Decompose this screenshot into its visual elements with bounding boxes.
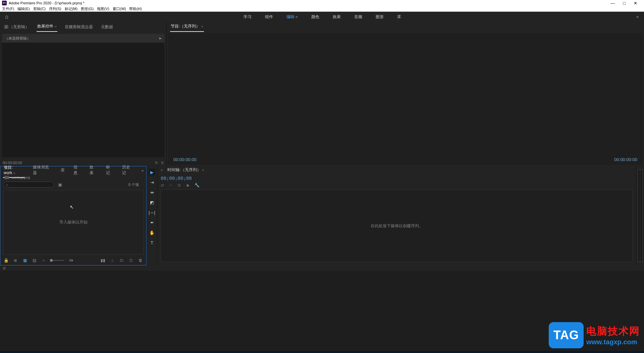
no-clip-label: （未选择剪辑） [5,36,31,41]
source-panel: 源:（无剪辑） 效果控件≡ 音频剪辑混合器 元数据 （未选择剪辑） ▶ 00:0… [0,22,167,166]
hand-tool[interactable]: ✋ [149,229,155,236]
search-icon: ⌕ [6,183,8,187]
list-view-icon[interactable]: ≣ [13,258,18,263]
tab-source[interactable]: 源:（无剪辑） [3,23,30,32]
menu-item[interactable]: 标记(M) [65,6,78,11]
find-icon[interactable]: ⌕ [110,258,115,263]
automate-icon[interactable]: ▮▮ [101,258,105,263]
settings-icon[interactable]: 🔧 [195,183,200,188]
close-icon[interactable]: × [161,168,163,172]
watermark-tag: TAG [549,322,584,348]
tab-libraries[interactable]: 库 [60,166,65,175]
workspace-tab-audio[interactable]: 音频 [354,13,363,21]
workspace-tab-color[interactable]: 颜色 [311,13,320,21]
freeform-view-icon[interactable]: ▤ [32,258,37,263]
menu-item[interactable]: 编辑(E) [17,6,30,11]
cursor-icon: ↖ [70,204,74,210]
project-search-input[interactable]: ⌕ [4,182,54,188]
app-icon: Pr [2,1,7,5]
export-icon[interactable]: ⎘ [161,161,164,165]
menu-item[interactable]: 视图(V) [97,6,109,11]
loop-icon[interactable]: ↻ [155,161,158,165]
home-button[interactable]: ⌂ [0,12,13,22]
tab-audio-clip-mixer[interactable]: 音频剪辑混合器 [64,23,94,32]
tab-metadata[interactable]: 元数据 [100,23,114,32]
menu-item[interactable]: 文件(F) [2,6,14,11]
menu-item[interactable]: 剪辑(C) [33,6,46,11]
timeline-drop-area[interactable]: 在此处放下媒体以创建序列。 [161,190,633,262]
ripple-edit-tool[interactable]: ⇹ [149,189,155,196]
linked-selection-icon[interactable]: ⧉ [178,183,181,188]
title-bar: Pr Adobe Premiere Pro 2020 - D:\pr\work.… [0,0,644,6]
new-bin-button[interactable]: 🗀 [119,258,124,263]
effect-controls-header: （未选择剪辑） ▶ [2,34,164,43]
project-item-count: 0 个项 [128,182,143,187]
sort-icon[interactable]: ≡▾ [69,258,73,263]
watermark-line1: 电脑技术网 [586,324,640,338]
tools-panel: ▶ ⇥ ⇹ ◩ |↔| ✒ ✋ T [147,166,157,265]
lock-icon[interactable]: 🔒 [4,258,8,263]
window-title: Adobe Premiere Pro 2020 - D:\pr\work.prp… [9,1,85,5]
project-empty-label: 导入媒体以开始 [59,219,88,225]
tab-timeline[interactable]: 时间轴:（无序列）≡ [167,166,205,175]
workspace-tab-graphics[interactable]: 图形 [375,13,384,21]
menu-bar: 文件(F) 编辑(E) 剪辑(C) 序列(S) 标记(M) 图形(G) 视图(V… [0,6,644,12]
workspace-tab-editing[interactable]: 编辑 ≡ [286,13,299,21]
new-bin-icon[interactable]: ▣ [58,182,62,187]
menu-item[interactable]: 帮助(H) [129,6,142,11]
menu-item[interactable]: 窗口(W) [113,6,126,11]
status-bar: ⊘ [0,265,644,271]
marker-icon[interactable]: ◆ [186,183,189,188]
project-overflow-button[interactable]: » [142,168,144,172]
zoom-out-icon[interactable]: ○ [41,258,46,263]
workspace-tab-libraries[interactable]: 库 [396,13,402,21]
tab-program[interactable]: 节目:（无序列）≡ [170,22,204,32]
program-monitor: 节目:（无序列）≡ 00:00:00:00 00:00:00:00 [167,22,644,166]
audio-meter [636,166,644,265]
close-button[interactable]: ✕ [634,1,637,6]
menu-item[interactable]: 序列(S) [49,6,61,11]
type-tool[interactable]: T [149,239,155,246]
project-folder-icon [4,176,9,179]
workspace-tab-assembly[interactable]: 组件 [264,13,274,21]
minimize-button[interactable]: — [610,1,615,6]
workspace-overflow-button[interactable]: » [631,14,644,19]
taskbar[interactable] [0,351,644,353]
timeline-empty-label: 在此处放下媒体以创建序列。 [371,223,423,229]
icon-view-icon[interactable]: ▦ [22,258,27,263]
timeline-timecode[interactable]: 00;00;00;00 [161,175,633,181]
project-panel: 项目: work≡ 媒体浏览器 库 信息 效果 标记 历史记 » work.pr… [0,166,147,265]
workspace-tab-learn[interactable]: 学习 [243,13,252,21]
effect-controls-body [2,43,164,157]
watermark: TAG 电脑技术网 www.tagxp.com [549,322,640,348]
track-select-tool[interactable]: ⇥ [149,179,155,186]
new-item-button[interactable]: 🗋 [129,258,133,263]
workspace-tab-effects[interactable]: 效果 [332,13,341,21]
program-viewer[interactable]: 00:00:00:00 00:00:00:00 [168,33,643,165]
maximize-button[interactable]: □ [623,1,626,6]
snap-icon[interactable]: ∩ [169,183,172,188]
pen-tool[interactable]: ✒ [149,219,155,226]
thumbnail-size-slider[interactable] [51,260,64,261]
insert-mode-icon[interactable]: ⇄ [161,183,164,188]
watermark-line2: www.tagxp.com [586,338,640,346]
selection-tool[interactable]: ▶ [149,169,155,175]
timeline-panel: × 时间轴:（无序列）≡ 00;00;00;00 ⇄ ∩ ⧉ ◆ 🔧 在此处放下… [157,166,636,265]
program-timecode-left: 00:00:00:00 [173,157,197,162]
triangle-icon[interactable]: ▶ [159,37,162,40]
tab-effect-controls[interactable]: 效果控件≡ [37,22,57,32]
project-filename: work.prproj [12,175,30,180]
menu-item[interactable]: 图形(G) [81,6,94,11]
project-drop-area[interactable]: ↖ 导入媒体以开始 [3,190,144,254]
status-icon: ⊘ [3,266,6,270]
workspace-bar: ⌂ 学习 组件 编辑 ≡ 颜色 效果 音频 图形 库 » [0,12,644,22]
slip-tool[interactable]: |↔| [149,209,155,216]
delete-button[interactable]: 🗑 [138,258,143,263]
program-timecode-right: 00:00:00:00 [614,157,637,162]
razor-tool[interactable]: ◩ [149,199,155,206]
